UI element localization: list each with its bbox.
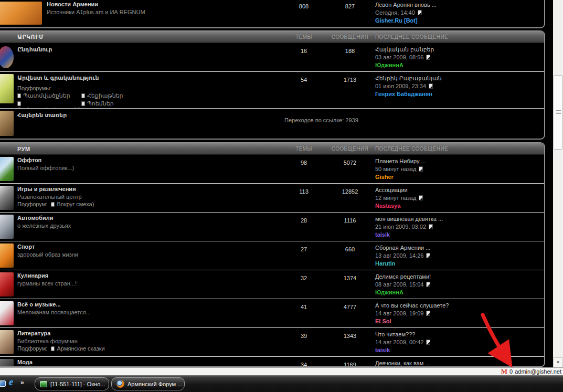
column-topics-label: ТЕМЫ	[283, 146, 325, 152]
forum-title-link[interactable]: Спорт	[17, 243, 280, 250]
posts-count: 1116	[325, 213, 375, 241]
last-post-date: Сегодня, 14:40	[375, 9, 415, 16]
last-post-topic-link[interactable]: Сборная Армении ...	[375, 244, 544, 252]
column-last-label: ПОСЛЕДНЕЕ СООБЩЕНИЕ	[375, 145, 544, 153]
forum-title-link[interactable]: Հայերեն տառեր	[17, 112, 541, 119]
last-post-user-link[interactable]: Nastasya	[375, 202, 544, 210]
forum-title-link[interactable]: Всё о музыке...	[17, 301, 280, 308]
forum-title-link[interactable]: Кулинария	[17, 272, 280, 279]
last-post-date: 14 авг 2009, 00:42	[375, 339, 423, 345]
show-desktop-icon[interactable]	[0, 380, 6, 387]
last-post-topic-link[interactable]: Делимся рецептами!	[375, 273, 544, 281]
link-clicks-note: Переходов по ссылке: 2939	[284, 117, 358, 123]
goto-last-post-icon[interactable]	[426, 311, 430, 316]
forum-title-link[interactable]: Новости Армении	[47, 1, 280, 7]
forum-title-link[interactable]: Оффтоп	[17, 157, 280, 163]
last-post-user-link[interactable]: ЮджиннА	[375, 61, 544, 69]
forum-icon-offtop[interactable]	[0, 157, 14, 181]
gmail-notifier[interactable]: M 0 admin@gisher.net	[501, 368, 561, 375]
forum-icon-art[interactable]	[0, 74, 14, 103]
goto-last-post-icon[interactable]	[418, 10, 422, 15]
last-post-user-link[interactable]: Генрих Бабаджанян	[375, 90, 544, 98]
internet-explorer-icon[interactable]: e	[9, 377, 13, 388]
forum-icon-letters[interactable]	[0, 111, 14, 136]
goto-last-post-icon[interactable]	[429, 224, 433, 229]
scrollbar-thumb[interactable]	[554, 75, 562, 150]
column-topics-label: ТЕМЫ	[283, 34, 325, 40]
subforum-link[interactable]: Պատմվածքներ	[23, 92, 70, 99]
quicklaunch-overflow-chevron[interactable]: »	[20, 379, 24, 386]
last-post-topic-link[interactable]: А что вы сейчас слушаете?	[375, 302, 544, 310]
last-post-date: 08 авг 2009, 15:04	[375, 281, 423, 288]
topics-count: 34	[283, 357, 325, 367]
last-post-user-link[interactable]: Gisher.Ru [Bot]	[375, 17, 544, 25]
forum-title-link[interactable]: Литература	[17, 330, 280, 336]
last-post-topic-link[interactable]: Հայկական բանբեր	[375, 46, 544, 54]
goto-last-post-icon[interactable]	[426, 55, 430, 60]
goto-last-post-icon[interactable]	[429, 83, 433, 89]
forum-description: о железных друзьях	[17, 223, 280, 229]
subforums-label: Подфорум:	[17, 201, 47, 207]
taskbar-button-icq-window[interactable]: [11-551-111] - Окно...	[35, 377, 109, 390]
last-post-topic-link[interactable]: Ассоциации	[375, 186, 544, 194]
subforum-link[interactable]: Вокруг смеха)	[57, 201, 94, 207]
forum-description: Развлекательный центр	[17, 194, 280, 200]
forum-row: Кулинария гурманы всех стран...! 32 1374…	[0, 270, 544, 299]
last-post-topic-link[interactable]: моя вишнёвая девятка ...	[375, 215, 544, 223]
last-post-date: 01 июл 2009, 23:34	[375, 83, 426, 89]
icq-window-icon	[40, 381, 47, 387]
forum-icon-sport[interactable]	[0, 243, 14, 268]
forum-title-link[interactable]: Արվեստ և գրականություն	[17, 75, 280, 81]
forum-title-link[interactable]: Мода	[17, 359, 280, 365]
last-post-user-link[interactable]: taisik	[375, 231, 544, 239]
last-post-topic-link[interactable]: Девчонки, как вам ...	[375, 359, 544, 367]
last-post-topic-link[interactable]: Левон Аронян вновь ...	[375, 1, 544, 9]
scrollbar-down-button[interactable]: ▼	[553, 357, 563, 367]
last-post-user-link[interactable]: taisik	[375, 346, 544, 354]
forum-title-link[interactable]: Ընդհանուր	[17, 46, 280, 53]
forum-description: гурманы всех стран...!	[17, 280, 280, 287]
forum-row: Ընդհանուր 16 188 Հայկական բանբեր 03 авг …	[0, 43, 544, 72]
last-post-user-link[interactable]: Gisher	[375, 173, 544, 181]
taskbar-button-firefox-forum[interactable]: Армянский Форум ...	[111, 377, 185, 390]
forum-icon-cooking[interactable]	[0, 272, 14, 296]
topics-count: 54	[283, 72, 325, 108]
forum-row: Литература Библиотека форумчан Подфорум:…	[0, 328, 544, 357]
forum-section-armenian: ԱՐԿՈՒՄ ТЕМЫ СООБЩЕНИЯ ПОСЛЕДНЕЕ СООБЩЕНИ…	[0, 30, 545, 140]
last-post-user-link[interactable]: Harutin	[375, 260, 544, 268]
forum-icon-cars[interactable]	[0, 215, 14, 239]
topics-count: 28	[283, 213, 325, 241]
last-post-topic-link[interactable]: Что читаем???	[375, 331, 544, 338]
subforum-link[interactable]: Պոեմներ	[87, 100, 114, 107]
forum-title-link[interactable]: Игры и развлечения	[17, 186, 280, 192]
goto-last-post-icon[interactable]	[426, 340, 430, 345]
forum-description: Источники A1plus.am и ИА REGNUM	[47, 9, 280, 15]
subforum-link[interactable]: Армянские сказки	[57, 345, 104, 352]
forum-icon-news[interactable]	[0, 2, 42, 25]
goto-last-post-icon[interactable]	[426, 282, 430, 287]
forum-icon-fashion[interactable]	[0, 359, 14, 367]
forum-icon-books[interactable]	[0, 330, 14, 354]
subforum-link[interactable]: Հեքիաթներ	[87, 92, 123, 99]
forum-icon-games[interactable]	[0, 186, 14, 210]
goto-last-post-icon[interactable]	[419, 195, 423, 200]
forum-icon-music[interactable]	[0, 301, 14, 325]
goto-last-post-icon[interactable]	[426, 253, 430, 258]
goto-last-post-icon[interactable]	[419, 166, 423, 172]
last-post-topic-link[interactable]: Հենրիկ Բաբաջանյան	[375, 75, 544, 82]
forum-description: Меломанам посвящается...	[17, 309, 280, 315]
forum-row: Всё о музыке... Меломанам посвящается...…	[0, 299, 544, 328]
forum-title-link[interactable]: Автомобили	[17, 215, 280, 221]
last-post-user-link[interactable]: El Sol	[375, 317, 544, 325]
forum-row: Оффтоп Полный оффтопик...) 98 5072 Плане…	[0, 155, 544, 184]
forum-row: Спорт здоровый образ жизни 27 660 Сборна…	[0, 241, 544, 270]
last-post-topic-link[interactable]: Планета Нибиру ...	[375, 157, 544, 165]
desktop-screen: Новости Армении Источники A1plus.am и ИА…	[0, 0, 563, 392]
subforum-link[interactable]: Բանաստեղծություններ	[17, 107, 89, 108]
vertical-scrollbar[interactable]	[553, 0, 563, 367]
forum-icon-flag-orb[interactable]	[0, 46, 14, 68]
last-post-user-link[interactable]: ЮджиннА	[375, 289, 544, 296]
subforum-icon	[51, 346, 55, 351]
last-post-date: 12 минут назад	[375, 195, 416, 201]
column-posts-label: СООБЩЕНИЯ	[325, 34, 375, 40]
